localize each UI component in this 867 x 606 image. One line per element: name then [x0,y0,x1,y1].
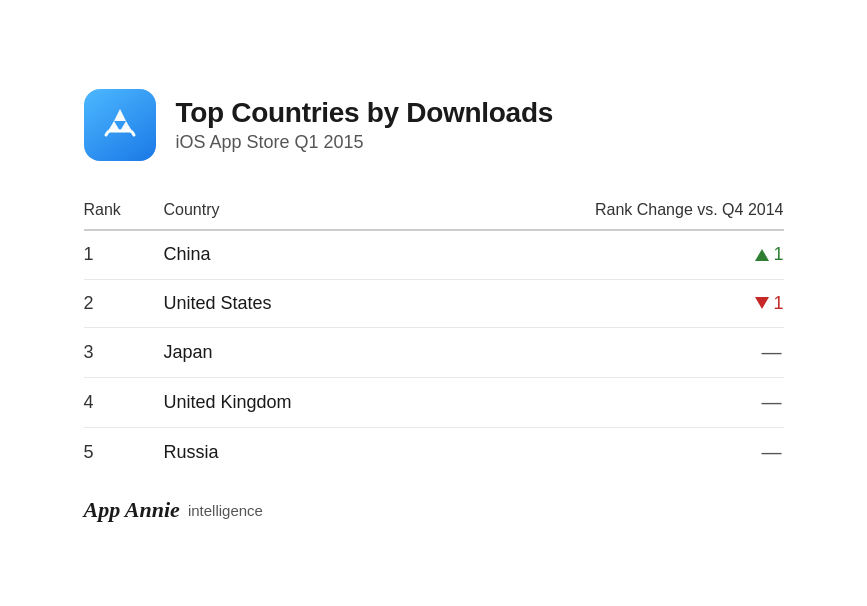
report-card: Top Countries by Downloads iOS App Store… [44,53,824,553]
header-text: Top Countries by Downloads iOS App Store… [176,97,553,152]
change-cell: — [424,328,784,378]
rank-cell: 1 [84,230,164,279]
change-cell: — [424,378,784,428]
change-cell: 1 [424,230,784,279]
table-header: Rank Country Rank Change vs. Q4 2014 [84,193,784,230]
change-cell: — [424,428,784,478]
country-header: Country [164,193,424,230]
rank-cell: 2 [84,279,164,328]
change-neutral-indicator: — [762,441,784,463]
table-row: 2United States1 [84,279,784,328]
rank-cell: 5 [84,428,164,478]
report-title: Top Countries by Downloads [176,97,553,129]
table-row: 1China1 [84,230,784,279]
table-row: 4United Kingdom— [84,378,784,428]
footer: App Annie intelligence [84,497,784,523]
country-cell: Russia [164,428,424,478]
header-row: Rank Country Rank Change vs. Q4 2014 [84,193,784,230]
change-neutral-indicator: — [762,341,784,363]
triangle-down-icon [755,297,769,309]
change-cell: 1 [424,279,784,328]
country-cell: United States [164,279,424,328]
report-subtitle: iOS App Store Q1 2015 [176,132,553,153]
change-up-indicator: 1 [755,244,783,265]
country-cell: Japan [164,328,424,378]
table-body: 1China12United States13Japan—4United Kin… [84,230,784,477]
rank-cell: 3 [84,328,164,378]
change-header: Rank Change vs. Q4 2014 [424,193,784,230]
brand-name: App Annie [84,497,180,523]
change-number: 1 [773,293,783,314]
rank-header: Rank [84,193,164,230]
change-neutral-indicator: — [762,391,784,413]
table-row: 5Russia— [84,428,784,478]
change-number: 1 [773,244,783,265]
table-row: 3Japan— [84,328,784,378]
app-store-icon [84,89,156,161]
country-cell: United Kingdom [164,378,424,428]
countries-table: Rank Country Rank Change vs. Q4 2014 1Ch… [84,193,784,477]
change-down-indicator: 1 [755,293,783,314]
triangle-up-icon [755,249,769,261]
brand-tagline: intelligence [188,502,263,519]
rank-cell: 4 [84,378,164,428]
report-header: Top Countries by Downloads iOS App Store… [84,89,784,161]
country-cell: China [164,230,424,279]
